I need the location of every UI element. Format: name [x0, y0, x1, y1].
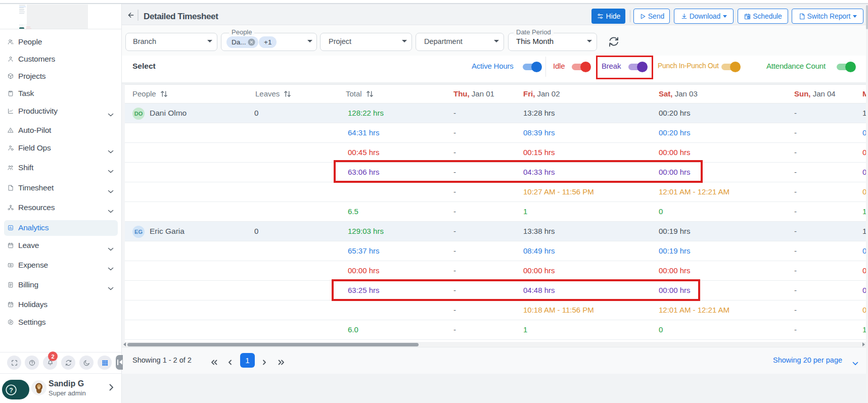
svg-text:?: ?	[9, 387, 13, 394]
